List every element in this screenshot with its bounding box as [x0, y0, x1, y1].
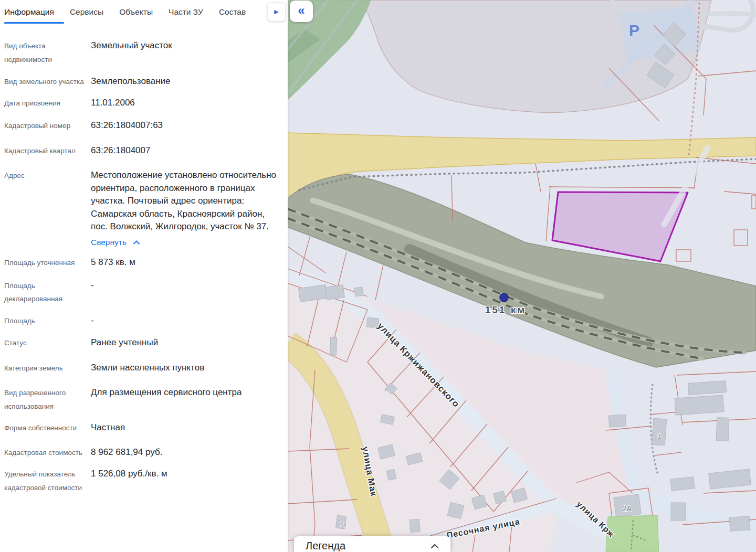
tab-composition[interactable]: Состав [219, 7, 246, 17]
info-panel: Информация Сервисы Объекты Части ЗУ Сост… [0, 0, 288, 552]
field-value: Местоположение установлено относительно … [91, 169, 278, 249]
field-value: Ранее учтенный [91, 336, 278, 349]
field-label: Форма собственности [4, 421, 91, 435]
field-label: Вид земельного участка [4, 75, 91, 89]
panel-collapse-button[interactable]: « [290, 1, 313, 22]
field-value: Землепользование [91, 75, 278, 88]
field-value: 63:26:1804007:63 [91, 119, 278, 132]
field-row: Кадастровый номер 63:26:1804007:63 [4, 119, 278, 133]
tab-scroll-next-button[interactable]: ▶ [267, 2, 286, 22]
tab-parts[interactable]: Части ЗУ [169, 7, 203, 17]
field-value: 1 526,08 руб./кв. м [91, 468, 278, 481]
field-value: - [91, 279, 278, 292]
field-value: 11.01.2006 [91, 97, 278, 110]
field-row: Площадь - [4, 314, 278, 328]
field-value: 63:26:1804007 [91, 144, 278, 157]
field-value: Земельный участок [91, 39, 278, 52]
field-label: Вид объекта недвижимости [4, 39, 91, 66]
field-row-address: Адрес Местоположение установлено относит… [4, 169, 278, 249]
house-number-74: 74 [340, 521, 347, 528]
field-label: Площадь уточненная [4, 256, 91, 270]
active-tab-underline [4, 22, 64, 24]
field-row: Вид земельного участка Землепользование [4, 75, 278, 89]
field-label: Вид разрешенного использования [4, 386, 91, 413]
house-number-1: 1 [657, 432, 661, 440]
field-row: Удельный показатель кадастровой стоимост… [4, 468, 278, 494]
map-container: 151 км улица Кржижановского улица Мак Пе… [288, 0, 756, 552]
double-chevron-left-icon: « [298, 4, 304, 17]
field-label: Адрес [4, 169, 91, 183]
railway-km-label: 151 км [485, 304, 527, 315]
field-value: Частная [91, 421, 278, 434]
field-row: Площадь декларированная - [4, 279, 278, 306]
field-row: Кадастровый квартал 63:26:1804007 [4, 144, 278, 158]
railway-km-marker-dot [500, 293, 508, 302]
field-row: Кадастровая стоимость 8 962 681,94 руб. [4, 446, 278, 460]
field-label: Площадь декларированная [4, 279, 91, 306]
field-row: Статус Ранее учтенный [4, 336, 278, 350]
tab-bar: Информация Сервисы Объекты Части ЗУ Сост… [0, 0, 288, 24]
field-row: Вид объекта недвижимости Земельный участ… [4, 39, 278, 66]
house-number-2a: 2A [623, 504, 632, 513]
field-label: Статус [4, 336, 91, 350]
chevron-up-icon [133, 240, 140, 245]
tab-services[interactable]: Сервисы [70, 7, 103, 17]
map-canvas[interactable]: 151 км улица Кржижановского улица Мак Пе… [288, 0, 756, 552]
field-value: 5 873 кв. м [91, 256, 278, 269]
cadastral-map-app: Информация Сервисы Объекты Части ЗУ Сост… [0, 0, 756, 552]
field-row: Дата присвоения 11.01.2006 [4, 97, 278, 110]
next-arrow-icon: ▶ [274, 9, 278, 15]
collapse-link-label: Свернуть [91, 236, 127, 249]
field-list: Вид объекта недвижимости Земельный участ… [0, 24, 288, 494]
field-row: Категория земель Земли населенных пункто… [4, 362, 278, 375]
tab-objects[interactable]: Объекты [119, 7, 153, 17]
field-value: - [91, 314, 278, 327]
field-label: Кадастровый номер [4, 119, 91, 133]
field-value: Земли населенных пунктов [91, 362, 278, 375]
legend-title: Легенда [306, 540, 345, 552]
legend-panel[interactable]: Легенда [294, 536, 450, 552]
address-text: Местоположение установлено относительно … [91, 170, 276, 231]
field-row: Вид разрешенного использования Для разме… [4, 386, 278, 413]
chevron-up-icon[interactable] [430, 543, 439, 549]
parking-icon: Р [629, 22, 639, 39]
field-label: Кадастровый квартал [4, 144, 91, 158]
field-value: Для размещения сервисного центра [91, 386, 278, 399]
field-label: Дата присвоения [4, 97, 91, 110]
field-label: Площадь [4, 314, 91, 328]
field-label: Категория земель [4, 362, 91, 375]
tab-information[interactable]: Информация [4, 7, 54, 17]
field-value: 8 962 681,94 руб. [91, 446, 278, 459]
field-label: Удельный показатель кадастровой стоимост… [4, 468, 91, 494]
field-label: Кадастровая стоимость [4, 446, 91, 460]
field-row: Форма собственности Частная [4, 421, 278, 435]
field-row: Площадь уточненная 5 873 кв. м [4, 256, 278, 270]
address-collapse-link[interactable]: Свернуть [91, 236, 278, 249]
